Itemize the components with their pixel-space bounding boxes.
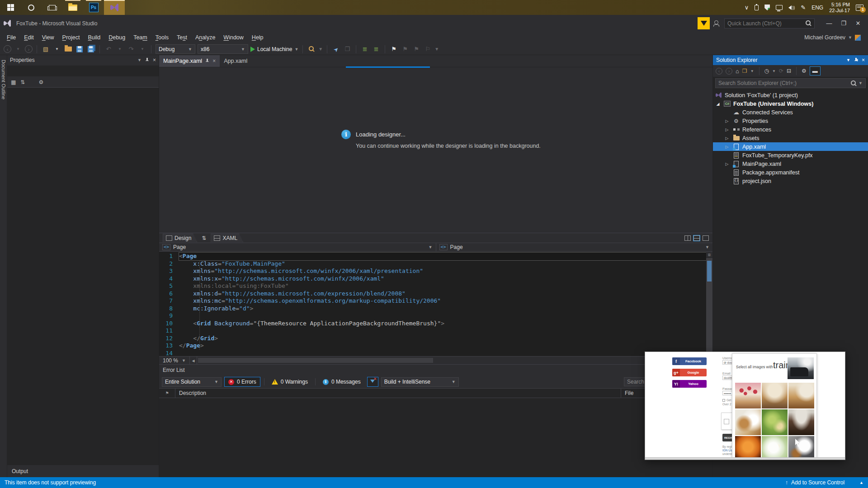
- split-editor-handle[interactable]: ▤: [706, 252, 712, 258]
- preview-selected-items-toggle[interactable]: ▬: [810, 66, 821, 75]
- filter-button[interactable]: [367, 377, 378, 387]
- menu-edit[interactable]: Edit: [20, 33, 38, 42]
- platform-dropdown[interactable]: x86▼: [198, 44, 248, 54]
- document-tab-app.xaml[interactable]: App.xaml: [220, 55, 251, 67]
- open-file-icon[interactable]: [64, 45, 73, 54]
- pin-icon[interactable]: [854, 58, 858, 63]
- sync-with-active-document-icon[interactable]: ⟳: [779, 68, 783, 74]
- expand-pane-icon[interactable]: [703, 235, 709, 241]
- switch-views-icon[interactable]: ❒: [742, 68, 747, 74]
- output-panel-label[interactable]: Output: [7, 465, 159, 477]
- warnings-filter-button[interactable]: 0 Warnings: [268, 377, 311, 387]
- captcha-tile-salad-plate[interactable]: [762, 436, 788, 460]
- tree-item-foxtube-universal-windows-[interactable]: ◢C#FoxTube (Universal Windows): [713, 99, 868, 108]
- code-line-9[interactable]: 9: [159, 312, 712, 320]
- design-tab[interactable]: Design: [163, 234, 197, 242]
- undo-dropdown-icon[interactable]: ▼: [115, 45, 124, 54]
- tree-item-foxtube-temporarykey-pfx[interactable]: FoxTube_TemporaryKey.pfx: [713, 151, 868, 160]
- language-indicator[interactable]: ENG: [811, 5, 823, 11]
- user-area[interactable]: Michael Gordeev ▼: [804, 34, 865, 41]
- facebook-login-button[interactable]: fFacebook: [672, 357, 707, 365]
- solution-explorer-search-input[interactable]: Search Solution Explorer (Ctrl+;) ▼: [715, 78, 866, 88]
- pending-changes-filter-icon[interactable]: ◷: [764, 68, 769, 74]
- cortana-button[interactable]: [21, 0, 42, 15]
- clear-bookmarks-icon[interactable]: ⚐: [423, 45, 432, 54]
- scrollbar-thumb[interactable]: [707, 261, 712, 282]
- recaptcha-checkbox[interactable]: [724, 419, 729, 424]
- pin-icon[interactable]: [205, 59, 209, 64]
- task-view-button[interactable]: [42, 0, 62, 15]
- menu-build[interactable]: Build: [84, 33, 105, 42]
- visual-studio-button[interactable]: [104, 0, 125, 15]
- tree-item-package-appxmanifest[interactable]: Package.appxmanifest: [713, 168, 868, 177]
- menu-team[interactable]: Team: [129, 33, 151, 42]
- menu-test[interactable]: Test: [173, 33, 191, 42]
- network-display-icon[interactable]: [776, 5, 783, 10]
- swap-panes-icon[interactable]: ⇅: [202, 235, 206, 241]
- expander-closed-icon[interactable]: ▷: [724, 162, 730, 166]
- yahoo-login-button[interactable]: Y!Yahoo: [672, 380, 707, 388]
- messages-filter-button[interactable]: i 0 Messages: [319, 377, 364, 387]
- expander-closed-icon[interactable]: ▷: [724, 119, 730, 123]
- alphabetical-sort-icon[interactable]: ⇅: [20, 79, 25, 85]
- select-tool-icon[interactable]: ➤: [330, 42, 342, 55]
- feedback-icon[interactable]: [698, 17, 710, 29]
- horizontal-scrollbar[interactable]: [197, 357, 712, 364]
- photoshop-button[interactable]: Ps: [83, 0, 104, 15]
- code-line-8[interactable]: 8 mc:Ignorable="d">: [159, 305, 712, 313]
- code-line-6[interactable]: 6 xmlns:d="http://schemas.microsoft.com/…: [159, 290, 712, 298]
- captcha-tile-breakfast-plate[interactable]: [735, 409, 761, 435]
- statusbar-expand-icon[interactable]: ▲: [859, 480, 863, 485]
- errors-filter-button[interactable]: ✕ 0 Errors: [224, 377, 260, 387]
- chevron-down-icon[interactable]: ▼: [750, 69, 754, 73]
- action-center-icon[interactable]: 1: [856, 5, 863, 11]
- tree-item-references[interactable]: ▷References: [713, 125, 868, 134]
- usb-device-icon[interactable]: [755, 5, 759, 10]
- build-intellisense-dropdown[interactable]: Build + IntelliSense▼: [381, 377, 459, 387]
- decrease-indent-icon[interactable]: ≣: [360, 45, 369, 54]
- deploy-target-label[interactable]: Local Machine: [257, 46, 292, 52]
- description-column[interactable]: Description: [175, 389, 621, 398]
- properties-title-bar[interactable]: Properties ▼ ×: [7, 55, 159, 65]
- tree-item-project-json[interactable]: {}project.json: [713, 177, 868, 185]
- back-dropdown-icon[interactable]: ▼: [14, 45, 23, 54]
- age-checkbox[interactable]: [722, 399, 725, 402]
- configuration-dropdown[interactable]: Debug▼: [156, 44, 195, 54]
- horizontal-split-icon[interactable]: [693, 235, 700, 241]
- property-pages-icon[interactable]: ⚙: [38, 79, 43, 85]
- toolbar-overflow-icon[interactable]: ▼: [434, 47, 439, 52]
- tree-item-app-xaml[interactable]: ▷App.xaml: [713, 142, 868, 151]
- captcha-tile-orange-bowl[interactable]: [735, 436, 761, 460]
- element-dropdown-right[interactable]: <> Page ▼: [436, 243, 713, 251]
- code-line-14[interactable]: 14: [159, 350, 712, 357]
- severity-column-icon[interactable]: ⚑: [159, 389, 175, 398]
- menu-view[interactable]: View: [38, 33, 58, 42]
- code-line-11[interactable]: 11: [159, 327, 712, 335]
- google-login-button[interactable]: g+Google: [672, 369, 707, 376]
- window-position-icon[interactable]: ▼: [846, 58, 850, 62]
- code-line-4[interactable]: 4 xmlns:x="http://schemas.microsoft.com/…: [159, 275, 712, 283]
- se-forward-icon[interactable]: ›: [726, 68, 732, 75]
- close-button[interactable]: ✕: [852, 18, 864, 29]
- expander-closed-icon[interactable]: ▷: [724, 145, 730, 149]
- se-back-icon[interactable]: ‹: [716, 68, 722, 75]
- captcha-tile-coffee-beans-cup[interactable]: [788, 409, 814, 435]
- code-line-2[interactable]: 2 x:Class="FoxTube.MainPage": [159, 260, 712, 268]
- previous-bookmark-icon[interactable]: ⚑: [401, 45, 410, 54]
- quick-launch-input[interactable]: Quick Launch (Ctrl+Q): [724, 19, 815, 28]
- vertical-split-icon[interactable]: [684, 235, 691, 241]
- expander-closed-icon[interactable]: ▷: [724, 127, 730, 132]
- defender-shield-icon[interactable]: [764, 5, 770, 10]
- close-panel-icon[interactable]: ×: [862, 57, 865, 63]
- categorized-icon[interactable]: ▦: [11, 79, 16, 85]
- xaml-tab[interactable]: XAML: [211, 234, 243, 242]
- redo-dropdown-icon[interactable]: ▼: [138, 45, 147, 54]
- close-panel-icon[interactable]: ×: [153, 57, 156, 63]
- captcha-tile-green-salad[interactable]: [762, 409, 788, 435]
- copy-icon[interactable]: ❐: [343, 45, 352, 54]
- code-line-5[interactable]: 5 xmlns:local="using:FoxTube": [159, 282, 712, 290]
- xaml-code-editor[interactable]: 1<Page2 x:Class="FoxTube.MainPage"3 xmln…: [159, 252, 712, 356]
- expander-open-icon[interactable]: ◢: [715, 102, 721, 106]
- tree-item-properties[interactable]: ▷⚙Properties: [713, 117, 868, 125]
- element-dropdown-left[interactable]: <> Page ▼: [159, 243, 436, 251]
